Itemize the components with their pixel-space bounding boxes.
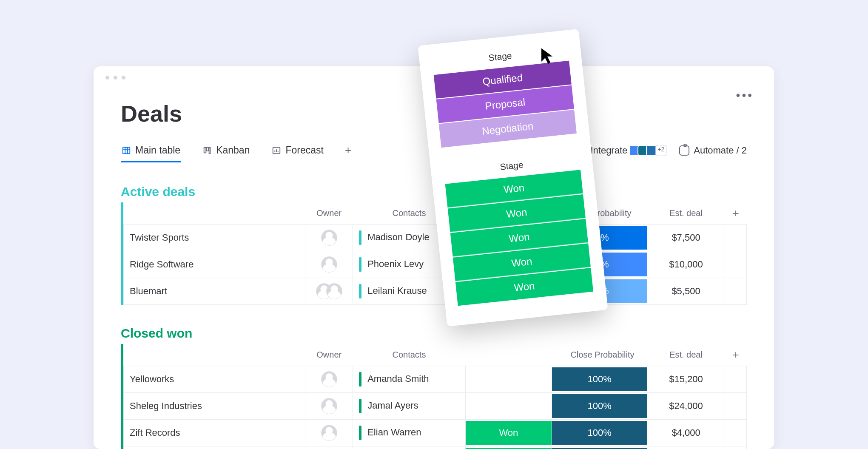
svg-rect-0 [123,147,130,153]
contact-cell[interactable]: Amanda Smith [353,366,466,393]
owner-cell[interactable] [305,224,353,251]
contact-color-bar [359,399,361,413]
column-header-owner[interactable]: Owner [305,202,353,224]
table-row[interactable]: Ridge Software Phoenix Levy 60% $10,000 [124,251,747,278]
est-deal-cell[interactable]: $4,000 [647,420,725,446]
est-deal-cell[interactable]: $24,000 [647,393,725,420]
probability-cell[interactable]: 100% [552,393,647,420]
owner-cell[interactable] [305,251,353,278]
deal-name[interactable]: Ridge Software [124,251,305,278]
group-active-deals: Owner Contacts Close Probability Est. de… [121,202,747,305]
tab-kanban[interactable]: Kanban [202,145,250,162]
contact-cell[interactable]: Jamal Ayers [353,393,466,420]
stage-cell[interactable]: Won [465,446,552,449]
cell-empty [725,366,747,393]
deal-name[interactable]: Twister Sports [124,224,305,251]
group-title-closed-won[interactable]: Closed won [121,326,747,341]
stage-cell[interactable] [465,393,552,420]
contact-color-bar [359,257,361,272]
contact-cell[interactable]: Elian Warren [353,420,466,446]
contact-name: Elian Warren [367,427,421,438]
probability-value: 100% [552,394,647,418]
column-header-contacts[interactable]: Contacts [353,344,466,366]
automate-label: Automate / 2 [694,145,747,156]
tab-label: Kanban [216,145,250,156]
cell-empty [725,224,747,251]
group-closed-won: Owner Contacts Close Probability Est. de… [121,344,747,449]
owner-cell[interactable] [305,420,353,446]
probability-cell[interactable]: 100% [552,420,647,446]
svg-rect-2 [207,147,209,151]
stage-popup: Stage Qualified Proposal Negotiation Sta… [418,29,608,327]
column-header-est-deal[interactable]: Est. deal [647,344,725,366]
contact-name: Leilani Krause [367,285,427,296]
table-row[interactable]: Yelloworks Amanda Smith 100% $15,200 [124,366,747,393]
window-controls [105,76,125,80]
est-deal-cell[interactable]: $10,000 [647,251,725,278]
est-deal-cell[interactable]: $18,100 [647,446,725,449]
integrate-button[interactable]: Integrate +2 [590,145,666,156]
integration-more-badge: +2 [655,145,666,156]
deal-name[interactable]: Bluemart [124,278,305,305]
column-header-deal [124,202,305,224]
est-deal-cell[interactable]: $7,500 [647,224,725,251]
probability-cell[interactable]: 100% [552,366,647,393]
integration-icons: +2 [632,145,666,156]
owner-cell[interactable] [305,393,353,420]
contact-cell[interactable]: Sam Spillberg [353,446,466,449]
probability-value: 100% [552,421,647,445]
owner-cell[interactable] [305,278,353,305]
avatar [321,398,337,414]
table-row[interactable]: Bluemart Leilani Krause 40% $5,500 [124,278,747,305]
column-header-est-deal[interactable]: Est. deal [647,202,725,224]
contact-name: Jamal Ayers [367,400,418,411]
add-view-button[interactable]: + [345,144,351,163]
automate-button[interactable]: Automate / 2 [679,145,747,156]
avatar [321,230,337,246]
stage-cell[interactable]: Won [465,420,552,446]
table-row[interactable]: Zift Records Elian Warren Won 100% $4,00… [124,420,747,446]
tab-forecast[interactable]: Forecast [271,145,324,162]
cell-empty [725,278,747,305]
traffic-dot [114,76,117,80]
owner-cell[interactable] [305,446,353,449]
table-row[interactable]: Twister Sports Madison Doyle 80% $7,500 [124,224,747,251]
contact-name: Madison Doyle [367,232,430,242]
column-header-close-probability[interactable]: Close Probability [552,344,647,366]
svg-rect-3 [209,147,211,153]
deal-name[interactable]: Sheleg Industries [124,393,305,420]
column-header-deal [124,344,305,366]
tab-main-table[interactable]: Main table [121,145,181,162]
deal-name[interactable]: Zift Records [124,420,305,446]
add-column-button[interactable]: + [725,344,747,366]
tab-label: Forecast [285,145,323,156]
add-column-button[interactable]: + [725,202,747,224]
stage-value: Won [466,421,552,445]
deal-name[interactable]: Waissman Gallery [124,446,305,449]
cell-empty [725,251,747,278]
chart-icon [272,146,281,155]
owner-cell[interactable] [305,366,353,393]
column-header-owner[interactable]: Owner [305,344,353,366]
tab-label: Main table [135,145,180,156]
contact-name: Amanda Smith [367,373,429,384]
more-menu-icon[interactable]: ••• [736,88,754,102]
table-row[interactable]: Waissman Gallery Sam Spillberg Won 100% … [124,446,747,449]
avatar [321,425,337,441]
traffic-dot [122,76,125,80]
contact-color-bar [359,426,361,440]
avatar [326,283,342,299]
table-row[interactable]: Sheleg Industries Jamal Ayers 100% $24,0… [124,393,747,420]
est-deal-cell[interactable]: $15,200 [647,366,725,393]
cell-empty [725,446,747,449]
integrate-label: Integrate [590,145,627,156]
contact-color-bar [359,372,361,386]
probability-cell[interactable]: 100% [552,446,647,449]
kanban-icon [202,146,212,155]
robot-icon [679,145,689,156]
deal-name[interactable]: Yelloworks [124,366,305,393]
right-tools: Integrate +2 Automate / 2 [590,145,747,162]
column-header-stage[interactable] [465,344,552,366]
est-deal-cell[interactable]: $5,500 [647,278,725,305]
stage-cell[interactable] [465,366,552,393]
